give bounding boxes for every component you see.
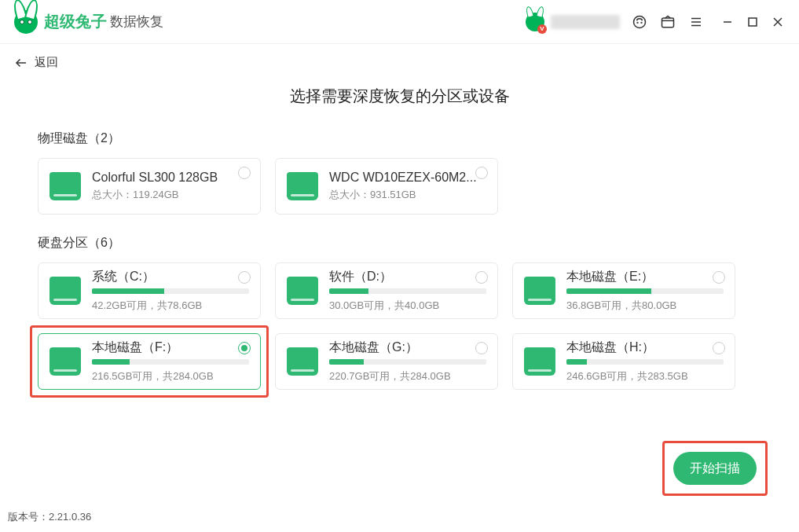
- partition-name: 系统（C:）: [92, 269, 249, 285]
- partition-card[interactable]: 本地磁盘（F:） 216.5GB可用，共284.0GB: [38, 333, 261, 390]
- select-radio[interactable]: [238, 167, 251, 179]
- main-content: 选择需要深度恢复的分区或设备 物理磁盘（2） Colorful SL300 12…: [0, 86, 799, 390]
- partition-name: 本地磁盘（E:）: [566, 269, 724, 285]
- logo-text-primary: 超级兔子: [44, 11, 107, 32]
- select-radio[interactable]: [238, 342, 251, 354]
- partition-usage: 246.6GB可用，共283.5GB: [566, 369, 724, 383]
- usage-bar: [92, 288, 249, 294]
- version-label: 版本号：2.21.0.36: [8, 510, 91, 524]
- partition-card[interactable]: 本地磁盘（E:） 36.8GB可用，共80.0GB: [512, 262, 735, 319]
- physical-disk-card[interactable]: WDC WD10EZEX-60M2... 总大小：931.51GB: [275, 158, 498, 215]
- logo: 超级兔子 数据恢复: [14, 10, 163, 34]
- menu-icon[interactable]: [687, 13, 705, 31]
- select-radio[interactable]: [475, 271, 488, 284]
- disk-icon: [49, 347, 81, 376]
- partition-name: 本地磁盘（F:）: [92, 339, 249, 356]
- svg-point-1: [637, 22, 638, 23]
- support-icon[interactable]: [631, 13, 648, 31]
- back-button[interactable]: 返回: [0, 44, 799, 78]
- svg-point-0: [634, 16, 646, 28]
- partition-usage: 30.0GB可用，共40.0GB: [329, 299, 486, 313]
- maximize-button[interactable]: [746, 15, 760, 29]
- avatar-icon: V: [526, 13, 544, 31]
- back-label: 返回: [35, 55, 58, 70]
- usage-bar: [329, 288, 486, 294]
- usage-bar: [566, 359, 724, 365]
- arrow-left-icon: [14, 56, 28, 70]
- vip-badge: V: [537, 24, 547, 34]
- partition-card[interactable]: 本地磁盘（G:） 220.7GB可用，共284.0GB: [275, 333, 498, 390]
- partition-name: 软件（D:）: [329, 269, 486, 285]
- partition-name: 本地磁盘（G:）: [329, 339, 486, 356]
- partition-usage: 216.5GB可用，共284.0GB: [92, 369, 249, 383]
- partition-usage: 36.8GB可用，共80.0GB: [566, 299, 724, 313]
- disk-icon: [524, 277, 555, 305]
- username-blurred: [551, 15, 620, 29]
- disk-icon: [49, 277, 81, 305]
- disk-name: WDC WD10EZEX-60M2...: [329, 171, 486, 185]
- svg-rect-3: [662, 18, 674, 28]
- partitions-title: 硬盘分区（6）: [38, 235, 761, 251]
- svg-rect-8: [749, 18, 757, 26]
- start-scan-button[interactable]: 开始扫描: [673, 452, 757, 485]
- partition-usage: 220.7GB可用，共284.0GB: [329, 369, 486, 383]
- partition-usage: 42.2GB可用，共78.6GB: [92, 299, 249, 313]
- app-logo-icon: [14, 10, 38, 34]
- select-radio[interactable]: [475, 167, 488, 179]
- partition-card[interactable]: 软件（D:） 30.0GB可用，共40.0GB: [275, 262, 498, 319]
- disk-icon: [524, 347, 555, 376]
- disk-icon: [287, 347, 318, 376]
- usage-bar: [92, 359, 249, 365]
- partition-name: 本地磁盘（H:）: [566, 339, 724, 356]
- header: 超级兔子 数据恢复 V: [0, 0, 799, 44]
- select-radio[interactable]: [475, 342, 488, 354]
- svg-point-2: [641, 22, 642, 23]
- logo-text-secondary: 数据恢复: [110, 13, 163, 31]
- disk-name: Colorful SL300 128GB: [92, 171, 249, 185]
- disk-icon: [287, 172, 318, 200]
- select-radio[interactable]: [238, 271, 251, 284]
- partition-grid: 系统（C:） 42.2GB可用，共78.6GB 软件（D:） 30.0GB可用，…: [38, 262, 761, 390]
- select-radio[interactable]: [713, 271, 725, 284]
- usage-bar: [566, 288, 724, 294]
- disk-size: 总大小：931.51GB: [329, 188, 486, 202]
- close-button[interactable]: [771, 15, 785, 29]
- page-title: 选择需要深度恢复的分区或设备: [38, 86, 761, 107]
- disk-icon: [49, 172, 81, 200]
- disk-icon: [287, 277, 318, 305]
- select-radio[interactable]: [713, 342, 725, 354]
- header-right: V: [526, 13, 785, 31]
- minimize-button[interactable]: [720, 15, 735, 29]
- partition-card[interactable]: 系统（C:） 42.2GB可用，共78.6GB: [38, 262, 261, 319]
- disk-size: 总大小：119.24GB: [92, 188, 249, 202]
- usage-bar: [329, 359, 486, 365]
- window-controls: [720, 15, 785, 29]
- physical-disk-grid: Colorful SL300 128GB 总大小：119.24GB WDC WD…: [38, 158, 761, 215]
- partition-card[interactable]: 本地磁盘（H:） 246.6GB可用，共283.5GB: [512, 333, 735, 390]
- user-info[interactable]: V: [526, 13, 620, 31]
- physical-disks-title: 物理磁盘（2）: [38, 130, 761, 147]
- physical-disk-card[interactable]: Colorful SL300 128GB 总大小：119.24GB: [38, 158, 261, 215]
- purchase-icon[interactable]: [659, 13, 676, 31]
